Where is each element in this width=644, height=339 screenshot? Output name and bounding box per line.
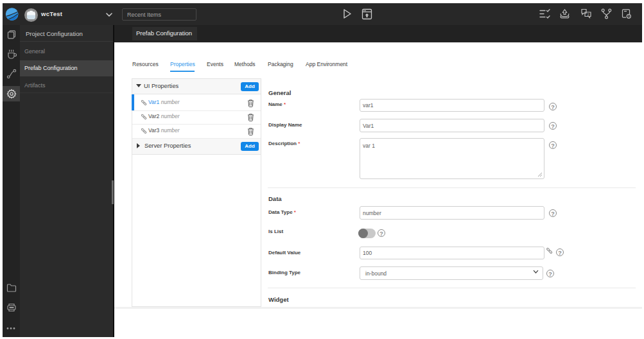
svg-text:2: 2: [587, 13, 589, 17]
